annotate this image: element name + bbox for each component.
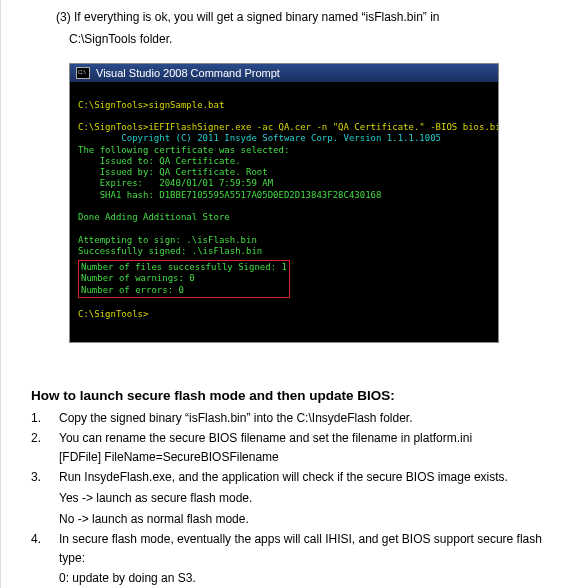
step-4-text: In secure flash mode, eventually the app…	[59, 532, 542, 565]
term-done: Done Adding Additional Store	[78, 212, 230, 222]
term-box3: Number of errors: 0	[81, 285, 287, 296]
term-certh: The following certificate was selected:	[78, 145, 289, 155]
term-prompt2: C:\SignTools>	[78, 309, 148, 319]
step-4a: 0: update by doing an S3.	[31, 569, 544, 588]
step-4: In secure flash mode, eventually the app…	[31, 530, 544, 567]
term-copy: Copyright (C) 2011 Insyde Software Corp.…	[78, 133, 441, 143]
step-2-text: You can rename the secure BIOS filename …	[59, 431, 472, 445]
term-cert3: Expires: 2040/01/01 7:59:59 AM	[78, 178, 273, 188]
step-1: Copy the signed binary “isFlash.bin” int…	[31, 409, 544, 428]
document-page: (3) If everything is ok, you will get a …	[0, 0, 574, 588]
term-cert4: SHA1 hash: D1BBE7105595A5517A05D0ED2D138…	[78, 190, 381, 200]
terminal-screenshot: Visual Studio 2008 Command Prompt C:\Sig…	[69, 63, 499, 342]
term-att: Attempting to sign: .\isFlash.bin	[78, 235, 257, 245]
step-1-text: Copy the signed binary “isFlash.bin” int…	[59, 411, 413, 425]
terminal-body: C:\SignTools>signSample.bat C:\SignTools…	[70, 82, 498, 341]
steps-list-cont: In secure flash mode, eventually the app…	[31, 530, 544, 567]
term-cmd: C:\SignTools>iEFIFlashSigner.exe -ac QA.…	[78, 122, 498, 132]
step-2: You can rename the secure BIOS filename …	[31, 429, 544, 466]
step-3: Run InsydeFlash.exe, and the application…	[31, 468, 544, 487]
intro-line-2: C:\SignTools folder.	[31, 30, 544, 49]
terminal-titlebar: Visual Studio 2008 Command Prompt	[70, 64, 498, 82]
steps-list: Copy the signed binary “isFlash.bin” int…	[31, 409, 544, 487]
term-result-box: Number of files successfully Signed: 1Nu…	[78, 260, 290, 298]
step-3-text: Run InsydeFlash.exe, and the application…	[59, 470, 508, 484]
intro-line-1: (3) If everything is ok, you will get a …	[31, 8, 544, 27]
terminal-title: Visual Studio 2008 Command Prompt	[96, 67, 280, 79]
term-cert1: Issued to: QA Certificate.	[78, 156, 241, 166]
cmd-icon	[76, 67, 90, 79]
term-box2: Number of warnings: 0	[81, 273, 287, 284]
step-3a: Yes -> launch as secure flash mode.	[31, 489, 544, 508]
term-cert2: Issued by: QA Certificate. Root	[78, 167, 268, 177]
term-prompt1: C:\SignTools>signSample.bat	[78, 100, 224, 110]
term-box1: Number of files successfully Signed: 1	[81, 262, 287, 273]
step-3b: No -> launch as normal flash mode.	[31, 510, 544, 529]
step-2a: [FDFile] FileName=SecureBIOSFilename	[59, 448, 544, 467]
term-suc: Successfully signed: .\isFlash.bin	[78, 246, 262, 256]
how-heading: How to launch secure flash mode and then…	[31, 388, 544, 403]
